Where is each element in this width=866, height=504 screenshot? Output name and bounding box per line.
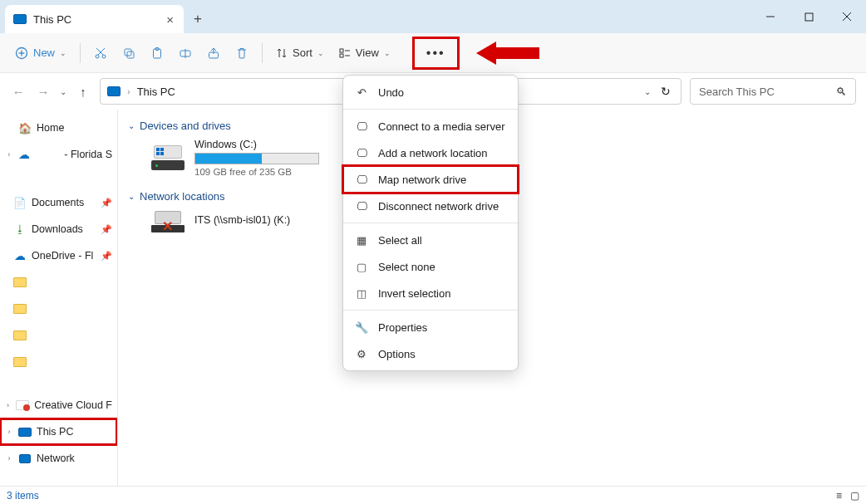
drive-usage-bar [194,153,319,164]
view-button[interactable]: View ⌄ [332,40,397,66]
menu-options[interactable]: ⚙Options [343,340,518,367]
sidebar-item-documents[interactable]: 📄Documents📌 [0,189,117,216]
this-pc-icon [107,86,121,96]
this-pc-icon [13,14,27,24]
sidebar-label: This PC [37,426,73,438]
select-all-icon: ▦ [355,234,368,247]
pin-icon: 📌 [101,224,112,235]
sidebar-item-home[interactable]: 🏠Home [0,115,117,141]
chevron-down-icon: ⌄ [317,49,324,57]
maximize-button[interactable] [790,0,828,33]
expand-icon[interactable]: › [5,150,12,159]
delete-button[interactable] [229,40,255,66]
view-label: View [356,46,379,59]
gear-icon: ⚙ [355,348,368,360]
sort-label: Sort [293,46,312,59]
share-button[interactable] [200,40,227,66]
clipboard-icon [150,46,164,60]
onedrive-icon: ☁ [13,250,27,262]
svg-rect-1 [805,13,813,21]
details-view-button[interactable]: ≡ [836,490,842,502]
chevron-down-icon: ⌄ [128,192,135,201]
breadcrumb-current[interactable]: This PC [137,86,175,98]
pin-icon: 📌 [101,198,112,208]
paste-button[interactable] [144,40,170,66]
expand-icon[interactable]: › [5,401,11,409]
nav-forward-button[interactable]: → [35,85,52,99]
more-button[interactable]: ••• [420,41,452,66]
menu-properties[interactable]: 🔧Properties [343,314,518,340]
refresh-button[interactable]: ↻ [657,85,674,98]
close-tab-icon[interactable]: × [165,12,175,27]
document-icon: 📄 [13,197,27,208]
menu-undo[interactable]: ↶Undo [343,79,518,105]
minimize-button[interactable] [751,0,790,33]
menu-media-server[interactable]: 🖵Connect to a media server [343,113,518,139]
expand-icon[interactable]: › [5,454,13,462]
wrench-icon: 🔧 [355,321,368,334]
rename-icon [179,46,192,60]
creative-cloud-icon [16,399,29,411]
browser-tab[interactable]: This PC × [5,5,184,33]
chevron-down-icon[interactable]: ⌄ [644,87,651,96]
search-input[interactable]: Search This PC 🔍︎ [690,78,856,105]
annotation-more-highlight: ••• [412,37,460,70]
copy-button[interactable] [116,40,142,66]
svg-line-10 [96,48,103,55]
drive-icon: 🖵 [355,174,368,186]
sidebar-item-folder3[interactable] [0,322,117,349]
new-tab-button[interactable]: + [184,5,212,33]
sidebar-label: Network [37,453,75,464]
tab-title: This PC [33,13,165,26]
sort-icon [276,47,288,59]
separator [262,43,263,63]
sidebar-item-folder1[interactable] [0,269,117,296]
sidebar-item-downloads[interactable]: ⭳Downloads📌 [0,216,117,242]
rename-button[interactable] [172,40,199,66]
svg-rect-18 [340,49,343,52]
monitor-icon: 🖵 [355,147,368,159]
window-controls [751,0,866,33]
this-pc-icon [18,426,32,438]
group-label: Network locations [140,190,225,203]
search-icon: 🔍︎ [836,86,847,98]
group-label: Devices and drives [140,120,231,132]
nav-up-button[interactable]: ↑ [75,85,91,99]
nav-back-button[interactable]: ← [10,85,27,99]
chevron-down-icon: ⌄ [128,121,135,130]
menu-invert-selection[interactable]: ◫Invert selection [343,280,518,306]
invert-icon: ◫ [355,287,368,300]
menu-add-network-location[interactable]: 🖵Add a network location [343,139,518,166]
select-none-icon: ▢ [355,261,368,273]
plus-circle-icon [15,46,28,60]
nav-recent-button[interactable]: ⌄ [60,87,66,96]
sidebar-item-folder4[interactable] [0,349,117,375]
sidebar-item-folder2[interactable] [0,296,117,322]
expand-icon[interactable]: › [5,428,13,436]
menu-map-network-drive[interactable]: 🖵Map network drive [343,166,518,193]
menu-select-none[interactable]: ▢Select none [343,253,518,280]
svg-rect-11 [125,49,131,56]
cut-button[interactable] [87,40,114,66]
menu-disconnect-network-drive[interactable]: 🖵Disconnect network drive [343,193,518,219]
sidebar-item-onedrive[interactable]: ☁OneDrive - Fl📌 [0,242,117,269]
chevron-down-icon: ⌄ [60,49,66,57]
sidebar-item-ccf[interactable]: ›Creative Cloud F [0,392,117,418]
menu-select-all[interactable]: ▦Select all [343,227,518,253]
menu-separator [343,223,518,223]
thumbnails-view-button[interactable]: ▢ [850,490,859,502]
sidebar-label: OneDrive - Fl [32,250,93,262]
sort-button[interactable]: Sort ⌄ [269,40,331,66]
drive-icon [151,145,185,170]
network-icon [18,453,32,464]
close-window-button[interactable] [828,0,866,33]
scissors-icon [94,46,107,60]
sidebar-item-florida[interactable]: ›☁ - Florida S [0,141,117,168]
sidebar-item-network[interactable]: ›Network [0,445,117,472]
folder-icon [13,277,27,287]
new-button[interactable]: New ⌄ [8,40,73,66]
new-label: New [33,46,55,59]
home-icon: 🏠 [18,122,32,134]
sidebar-item-this-pc[interactable]: ›This PC [0,418,117,445]
sidebar-label: Home [37,122,64,134]
